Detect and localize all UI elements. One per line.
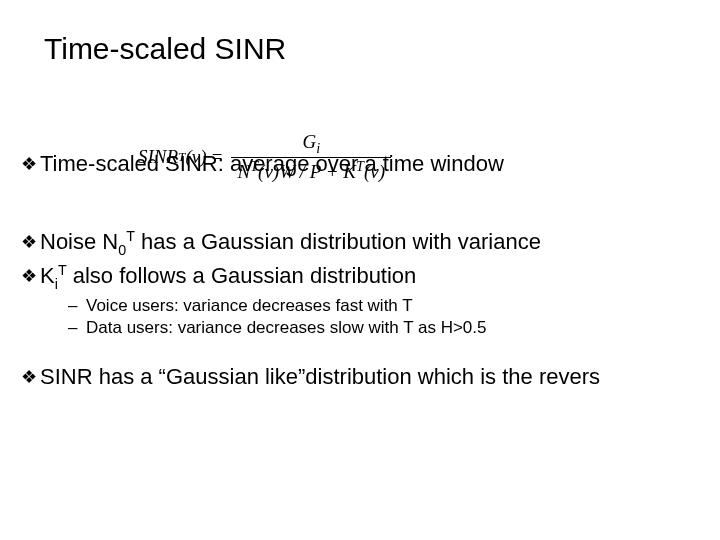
bullet-2-sub: 0 (118, 242, 126, 258)
bullet-3-sup: T (58, 262, 67, 278)
bullet-2-post: has a Gaussian distribution with varianc… (135, 229, 541, 254)
bullet-3: ❖ KiT also follows a Gaussian distributi… (18, 262, 720, 294)
spacer (18, 180, 720, 228)
diamond-icon: ❖ (18, 262, 40, 290)
bullet-1-text: Time-scaled SINR: average over a time wi… (40, 150, 720, 178)
slide-body: ❖ Time-scaled SINR: average over a time … (18, 150, 720, 393)
slide: Time-scaled SINR SINRT(v) = Gi NT(v)W / … (0, 0, 720, 540)
bullet-3-post: also follows a Gaussian distribution (67, 263, 417, 288)
subbullet-2-text: Data users: variance decreases slow with… (86, 317, 486, 339)
subbullet-1: – Voice users: variance decreases fast w… (68, 295, 720, 317)
spacer (18, 339, 720, 347)
bullet-2-pre: Noise N (40, 229, 118, 254)
dash-icon: – (68, 317, 86, 339)
diamond-icon: ❖ (18, 150, 40, 178)
diamond-icon: ❖ (18, 363, 40, 391)
bullet-1: ❖ Time-scaled SINR: average over a time … (18, 150, 720, 178)
bullet-3-pre: K (40, 263, 55, 288)
bullet-4: ❖ SINR has a “Gaussian like”distribution… (18, 363, 720, 391)
dash-icon: – (68, 295, 86, 317)
bullet-2-sup: T (126, 228, 135, 244)
spacer (18, 355, 720, 363)
subbullet-2: – Data users: variance decreases slow wi… (68, 317, 720, 339)
subbullet-1-text: Voice users: variance decreases fast wit… (86, 295, 413, 317)
slide-title: Time-scaled SINR (44, 32, 286, 66)
diamond-icon: ❖ (18, 228, 40, 256)
formula-num-main: G (302, 131, 316, 152)
bullet-4-text: SINR has a “Gaussian like”distribution w… (40, 363, 720, 391)
bullet-2-text: Noise N0T has a Gaussian distribution wi… (40, 228, 720, 260)
bullet-2: ❖ Noise N0T has a Gaussian distribution … (18, 228, 720, 260)
spacer (18, 347, 720, 355)
bullet-3-text: KiT also follows a Gaussian distribution (40, 262, 720, 294)
